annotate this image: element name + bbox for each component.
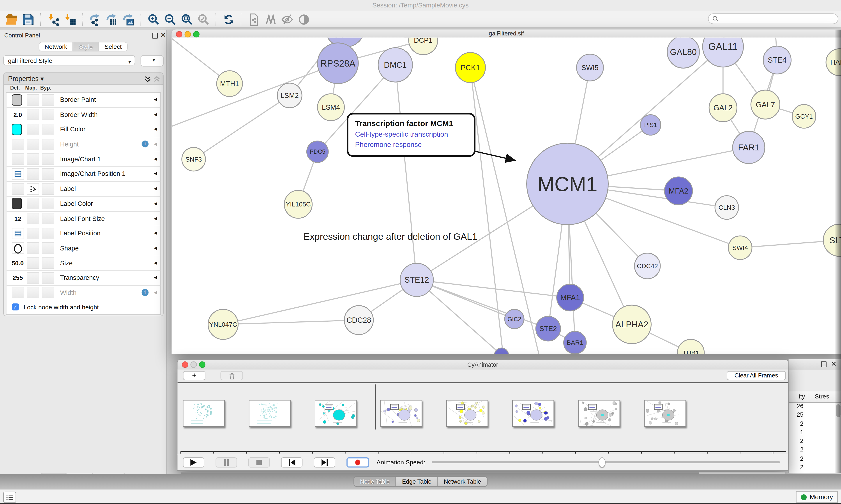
close-window-light[interactable] [176,31,182,37]
import-network-icon[interactable] [46,12,61,26]
frame-thumbnail-7[interactable] [644,400,686,427]
expand-arrow-icon[interactable]: ◀ [154,227,157,240]
shape-swatch[interactable] [12,242,24,254]
zoom-in-icon[interactable] [146,12,161,26]
expand-arrow-icon[interactable]: ◀ [154,212,157,226]
mapping-icon[interactable] [27,183,39,194]
record-button[interactable] [346,457,369,467]
style-options-button[interactable]: ▾ [141,55,164,66]
network-edge[interactable] [470,68,503,354]
close-panel-icon[interactable]: ✕ [831,361,837,367]
empty-cell[interactable] [27,154,39,165]
tab-network[interactable]: Network [39,42,73,51]
table-cell[interactable]: 2 [789,438,806,446]
property-row-label-color[interactable]: Label Color◀ [6,197,160,212]
empty-cell[interactable] [27,287,39,298]
property-row-label-position[interactable]: Label Position◀ [6,227,160,241]
empty-cell[interactable] [27,242,39,254]
previous-frame-button[interactable] [281,457,302,467]
column-header[interactable]: Stres [815,393,829,399]
expand-arrow-icon[interactable]: ◀ [154,152,157,166]
panel-menu-button[interactable] [3,492,16,503]
property-row-image-chart-1[interactable]: Image/Chart 1◀ [6,152,160,167]
value-swatch[interactable] [12,124,22,135]
empty-cell[interactable] [42,109,54,120]
empty-cell[interactable] [42,272,54,283]
empty-cell[interactable] [42,213,54,224]
search-binoculars-icon[interactable] [263,12,278,26]
frame-thumbnail-3[interactable] [380,400,422,427]
zoom-window-light[interactable] [193,31,199,37]
network-edge[interactable] [172,63,338,131]
property-row-label[interactable]: Label◀ [6,182,160,197]
expand-arrow-icon[interactable]: ◀ [154,256,157,270]
value-swatch[interactable] [12,198,22,209]
value-text[interactable]: 255 [11,271,25,285]
search-input[interactable] [721,15,830,22]
close-panel-icon[interactable]: ✕ [160,33,166,38]
timeline[interactable]: 0123456789 Seconds [178,382,788,455]
value-swatch[interactable] [12,94,22,105]
frame-thumbnail-1[interactable] [249,400,291,427]
frame-thumbnail-5[interactable] [512,400,554,427]
minimize-window-light[interactable] [190,361,197,368]
open-session-icon[interactable] [4,12,19,26]
lock-checkbox[interactable]: ✓ [12,303,19,310]
search-box[interactable] [708,13,838,24]
network-node-partial[interactable] [495,348,508,354]
network-file-icon[interactable] [247,12,261,26]
empty-cell[interactable] [42,124,54,135]
table-cell[interactable]: 2 [789,455,806,464]
frame-thumbnail-4[interactable] [446,400,488,427]
property-row-border-width[interactable]: 2.0Border Width◀ [6,108,160,122]
empty-cell[interactable] [12,183,24,194]
network-edge[interactable] [395,65,417,280]
empty-cell[interactable] [42,198,54,209]
delete-frame-button[interactable] [220,371,243,380]
table-cell[interactable]: 26 [789,403,806,411]
new-network-icon[interactable] [88,12,103,26]
expand-arrow-icon[interactable]: ◀ [154,286,157,300]
table-cell[interactable]: 2 [789,464,806,473]
toggle-graphics-icon[interactable] [297,12,311,26]
zoom-selected-icon[interactable] [196,12,211,26]
expand-arrow-icon[interactable]: ◀ [154,197,157,211]
cyanimator-titlebar[interactable]: CyAnimator [178,360,788,370]
zoom-window-light[interactable] [199,361,205,368]
properties-header[interactable]: Properties ▾ [4,73,163,85]
empty-cell[interactable] [27,213,39,224]
empty-cell[interactable] [27,257,39,269]
tab-select[interactable]: Select [99,42,127,51]
network-edge[interactable] [223,280,417,324]
frame-thumbnail-6[interactable] [578,400,620,427]
import-table-icon[interactable] [63,12,77,26]
slider-handle[interactable] [598,457,606,468]
empty-cell[interactable] [42,139,54,150]
add-frame-button[interactable]: + [183,371,205,380]
empty-cell[interactable] [27,168,39,180]
expand-all-icon[interactable] [144,75,151,83]
empty-cell[interactable] [27,198,39,209]
new-table-icon[interactable] [105,12,119,26]
empty-cell[interactable] [12,287,24,298]
column-divider[interactable] [807,393,807,401]
property-row-shape[interactable]: Shape◀ [6,241,160,256]
frame-thumbnail-2[interactable] [315,400,357,427]
animation-speed-slider[interactable] [432,457,780,468]
property-row-height[interactable]: Heighti◀ [6,137,160,152]
expand-arrow-icon[interactable]: ◀ [154,137,157,151]
refresh-view-icon[interactable] [221,12,236,26]
property-row-label-font-size[interactable]: 12Label Font Size◀ [6,212,160,227]
property-row-size[interactable]: 50.0Size◀ [6,256,160,271]
property-row-transparency[interactable]: 255Transparency◀ [6,271,160,286]
side-panel-titlebar[interactable]: ✕ [789,359,841,370]
canvas-caption[interactable]: Expression change after deletion of GAL1 [304,231,477,242]
network-canvas[interactable]: RPS28BRPS28ADMC1DCP1PCK1MTH1LSM2LSM4SNF3… [172,37,841,354]
info-icon[interactable]: i [142,141,149,147]
table-cell[interactable]: 2 [789,420,806,429]
table-cell[interactable]: 25 [789,411,806,420]
tab-style[interactable]: Style [73,42,99,51]
empty-cell[interactable] [42,257,54,269]
empty-cell[interactable] [27,124,39,135]
save-session-icon[interactable] [21,12,35,26]
